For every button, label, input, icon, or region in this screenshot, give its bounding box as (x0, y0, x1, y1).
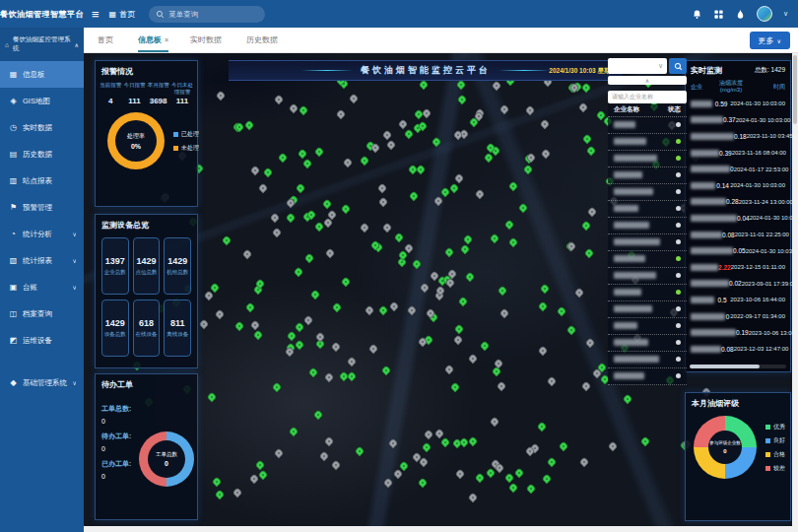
online-map-pin[interactable] (286, 330, 297, 341)
offline-map-pin[interactable] (474, 188, 485, 199)
online-map-pin[interactable] (288, 426, 299, 436)
tab[interactable]: 信息板 × (138, 28, 168, 52)
offline-map-pin[interactable] (364, 304, 374, 315)
offline-map-pin[interactable] (250, 319, 261, 330)
sidebar-item[interactable]: ▦ 信息板 (0, 61, 84, 88)
online-map-pin[interactable] (498, 285, 508, 296)
offline-map-pin[interactable] (419, 282, 430, 293)
online-map-pin[interactable] (522, 164, 533, 174)
online-map-pin[interactable] (285, 212, 296, 223)
online-map-pin[interactable] (302, 158, 313, 168)
offline-map-pin[interactable] (499, 307, 510, 318)
company-row[interactable] (608, 352, 687, 368)
online-map-pin[interactable] (233, 321, 244, 332)
company-row[interactable] (608, 201, 687, 218)
online-map-pin[interactable] (309, 289, 320, 299)
sidebar-item[interactable]: ◈ GIS地图 (0, 88, 84, 114)
sidebar-item[interactable]: ▤ 历史数据 (0, 141, 84, 167)
online-map-pin[interactable] (462, 233, 473, 244)
realtime-row[interactable]: 0 2024-01-17 22:53:00 (686, 161, 790, 177)
offline-map-pin[interactable] (241, 248, 252, 259)
offline-map-pin[interactable] (274, 447, 285, 458)
realtime-row[interactable]: 0.04 2024-01-30 10:03:00 (686, 210, 790, 227)
offline-map-pin[interactable] (385, 140, 396, 151)
offline-map-pin[interactable] (270, 212, 281, 223)
horizontal-scrollbar[interactable] (84, 526, 792, 532)
online-map-pin[interactable] (456, 94, 467, 104)
company-type-select[interactable]: ∨ (608, 58, 667, 74)
online-map-pin[interactable] (581, 134, 592, 145)
company-row[interactable] (608, 167, 687, 184)
offline-map-pin[interactable] (489, 417, 499, 428)
online-map-pin[interactable] (448, 183, 459, 194)
online-map-pin[interactable] (458, 437, 469, 448)
online-map-pin[interactable] (355, 445, 366, 456)
online-map-pin[interactable] (254, 460, 265, 471)
sidebar-item[interactable]: ◔ 统计分析 ∨ (0, 221, 84, 247)
sidebar-item[interactable]: ◩ 运维设备 (0, 327, 84, 354)
online-map-pin[interactable] (507, 236, 518, 247)
online-map-pin[interactable] (417, 477, 428, 488)
online-map-pin[interactable] (489, 233, 499, 244)
offline-map-pin[interactable] (378, 196, 389, 207)
online-map-pin[interactable] (439, 437, 450, 448)
realtime-row[interactable]: 0.18 2023-11-10 03:45:00 (686, 128, 790, 145)
tab[interactable]: 实时数据 (190, 28, 225, 52)
online-map-pin[interactable] (312, 410, 323, 421)
online-map-pin[interactable] (541, 474, 552, 485)
avatar[interactable] (757, 6, 772, 22)
offline-map-pin[interactable] (381, 130, 392, 141)
realtime-row[interactable]: 0.59 2024-01-30 10:03:00 (686, 96, 790, 112)
online-map-pin[interactable] (508, 483, 519, 494)
flame-icon[interactable] (735, 9, 746, 20)
online-map-pin[interactable] (583, 248, 594, 259)
collapse-handle[interactable]: ∧ (608, 76, 687, 85)
offline-map-pin[interactable] (445, 278, 456, 289)
online-map-pin[interactable] (294, 321, 304, 332)
offline-map-pin[interactable] (586, 207, 597, 218)
online-map-pin[interactable] (580, 82, 591, 93)
online-map-pin[interactable] (296, 183, 306, 194)
realtime-row[interactable]: 0.02 2023-09-01 17:39:00 (686, 276, 790, 293)
online-map-pin[interactable] (513, 467, 524, 478)
offline-map-pin[interactable] (581, 381, 592, 392)
realtime-row[interactable]: 0.5 2023-10-06 16:44:00 (686, 292, 790, 308)
offline-map-pin[interactable] (406, 305, 417, 316)
online-map-pin[interactable] (394, 233, 405, 243)
offline-map-pin[interactable] (360, 222, 370, 233)
offline-map-pin[interactable] (325, 248, 336, 259)
online-map-pin[interactable] (403, 128, 414, 139)
online-map-pin[interactable] (585, 146, 596, 157)
offline-map-pin[interactable] (376, 182, 387, 193)
online-map-pin[interactable] (623, 393, 633, 404)
online-map-pin[interactable] (303, 252, 314, 263)
scrollbar-thumb[interactable] (690, 365, 760, 368)
online-map-pin[interactable] (258, 469, 269, 480)
online-map-pin[interactable] (221, 234, 232, 245)
offline-map-pin[interactable] (433, 195, 444, 206)
online-map-pin[interactable] (339, 370, 350, 381)
offline-map-pin[interactable] (368, 343, 379, 354)
online-map-pin[interactable] (538, 300, 549, 311)
online-map-pin[interactable] (421, 442, 432, 453)
tab-close-icon[interactable]: × (165, 36, 168, 43)
online-map-pin[interactable] (537, 421, 548, 432)
online-map-pin[interactable] (340, 203, 351, 214)
online-map-pin[interactable] (340, 276, 351, 287)
offline-map-pin[interactable] (288, 102, 299, 113)
offline-map-pin[interactable] (232, 488, 242, 499)
realtime-row[interactable]: 0.28 2023-11-24 13:00:00 (686, 194, 790, 211)
online-map-pin[interactable] (299, 105, 309, 116)
online-map-pin[interactable] (566, 325, 577, 336)
offline-map-pin[interactable] (524, 104, 535, 115)
online-map-pin[interactable] (262, 167, 273, 178)
menu-search[interactable] (149, 6, 265, 23)
realtime-row[interactable]: 0.05 2024-01-30 10:03:00 (686, 242, 790, 259)
company-row[interactable] (608, 335, 687, 352)
offline-map-pin[interactable] (577, 101, 588, 112)
online-map-pin[interactable] (558, 441, 568, 452)
company-row[interactable] (608, 251, 687, 268)
online-map-pin[interactable] (431, 136, 441, 147)
online-map-pin[interactable] (380, 365, 391, 375)
bell-icon[interactable] (692, 9, 702, 20)
